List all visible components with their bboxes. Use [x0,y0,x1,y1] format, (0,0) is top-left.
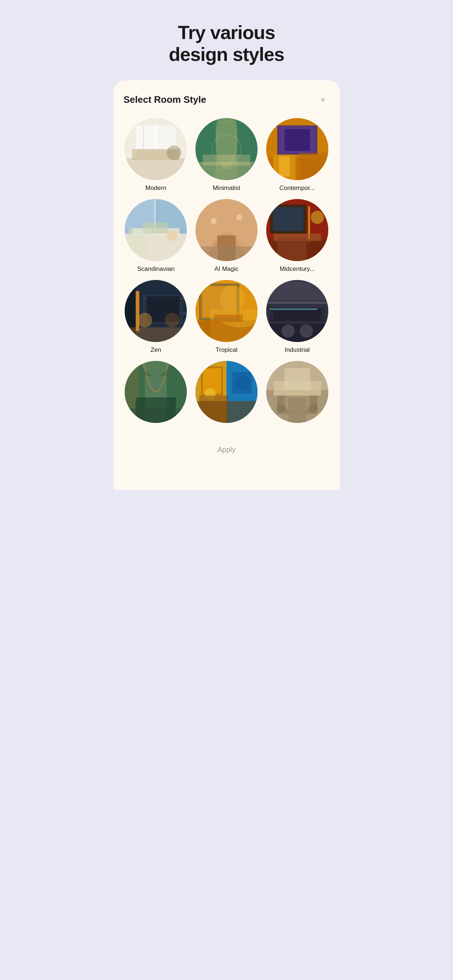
style-label-aimagic: AI Magic [214,266,239,273]
style-item-scandinavian[interactable]: Scandinavian [124,199,188,273]
svg-point-37 [211,218,217,224]
style-circle-modern [125,118,187,180]
style-label-industrial: Industrial [284,346,309,354]
style-circle-row4-3 [266,361,328,423]
svg-point-7 [167,145,181,160]
svg-point-96 [236,375,250,390]
style-label-tropical: Tropical [215,346,238,354]
style-label-minimalist: Minimalist [213,185,240,192]
styles-grid: Modern Minimalist [124,118,330,427]
svg-rect-76 [266,324,328,342]
svg-point-78 [300,325,313,337]
svg-point-106 [309,404,318,413]
style-circle-tropical [196,280,257,342]
style-circle-row4-2 [196,361,257,423]
svg-rect-97 [199,396,228,423]
svg-rect-75 [270,309,317,310]
svg-point-58 [137,313,152,328]
modal-header: Select Room Style × [124,93,330,107]
style-label-scandinavian: Scandinavian [137,266,174,273]
style-item-zen[interactable]: Zen [124,280,188,354]
close-button[interactable]: × [317,93,330,107]
svg-rect-39 [196,247,257,261]
style-item-row4-1[interactable] [124,361,188,427]
svg-point-67 [219,285,245,311]
style-item-aimagic[interactable]: AI Magic [194,199,259,273]
svg-point-77 [282,325,295,337]
svg-rect-23 [279,156,290,177]
header-section: Try various design styles [113,0,340,80]
style-item-row4-3[interactable] [265,361,330,427]
style-label-midcentury: Midcentury... [280,266,315,273]
svg-point-32 [167,230,178,241]
svg-rect-86 [125,408,187,423]
style-circle-scandinavian [125,199,187,261]
page-title: Try various design styles [128,22,325,65]
style-item-row4-2[interactable] [194,361,259,427]
svg-point-105 [276,404,285,413]
svg-point-59 [165,313,179,328]
style-circle-contemporary [266,118,328,180]
svg-rect-104 [284,368,310,390]
style-label-contemporary: Contempor... [279,185,315,192]
svg-point-38 [236,215,242,220]
svg-rect-31 [143,223,169,234]
style-circle-zen [125,280,187,342]
svg-rect-107 [288,398,306,423]
style-circle-row4-1 [125,361,187,423]
style-item-modern[interactable]: Modern [124,118,188,192]
svg-rect-79 [266,282,328,300]
svg-point-47 [311,211,324,224]
svg-rect-48 [277,237,306,261]
style-circle-industrial [266,280,328,342]
svg-rect-5 [154,126,176,149]
svg-rect-33 [128,228,147,261]
style-item-tropical[interactable]: Tropical [194,280,259,354]
svg-rect-24 [299,153,328,180]
svg-rect-57 [125,328,187,342]
apply-section: Apply [124,434,330,472]
style-circle-midcentury [266,199,328,261]
svg-rect-72 [266,302,328,304]
style-label-zen: Zen [151,346,161,354]
modal-container: Select Room Style × [113,80,340,490]
style-circle-minimalist [196,118,257,180]
style-circle-aimagic [196,199,257,261]
svg-rect-74 [274,309,321,321]
style-label-modern: Modern [145,185,167,192]
svg-rect-15 [203,154,250,165]
svg-rect-1 [125,158,187,180]
page-container: Try various design styles Select Room St… [113,0,340,490]
svg-rect-20 [284,129,310,151]
modal-title: Select Room Style [124,94,206,105]
svg-rect-68 [214,315,243,322]
style-item-minimalist[interactable]: Minimalist [194,118,259,192]
style-item-industrial[interactable]: Industrial [265,280,330,354]
apply-button[interactable]: Apply [203,442,250,458]
svg-rect-52 [136,291,139,331]
style-item-contemporary[interactable]: Contempor... [265,118,330,192]
style-item-midcentury[interactable]: Midcentury... [265,199,330,273]
svg-rect-43 [273,207,303,231]
